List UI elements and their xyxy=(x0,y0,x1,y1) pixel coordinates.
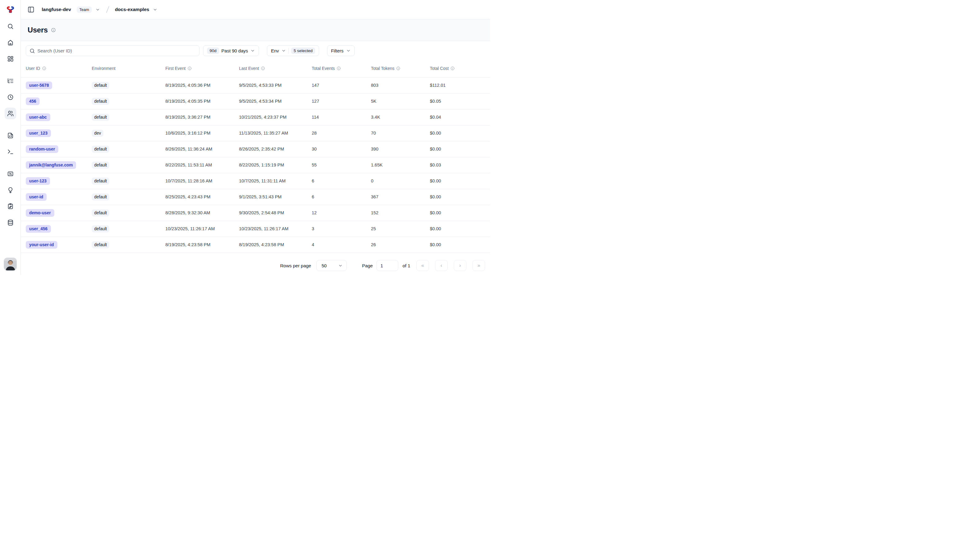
table-cell: 55 xyxy=(312,157,371,173)
info-icon[interactable] xyxy=(188,66,192,71)
table-row[interactable]: your-user-id default 8/19/2025, 4:23:58 … xyxy=(21,237,490,253)
table-cell: user-5678 xyxy=(21,77,92,93)
environment-filter-button[interactable]: Env 5 selected xyxy=(267,45,319,56)
user-id-badge[interactable]: user-123 xyxy=(26,177,50,185)
main-area: langfuse-dev Team docs-examples Users xyxy=(21,0,490,275)
project-switcher-button[interactable] xyxy=(152,7,158,13)
user-avatar[interactable] xyxy=(4,258,17,270)
sidebar-item-users[interactable] xyxy=(5,108,16,119)
breadcrumb-org[interactable]: langfuse-dev xyxy=(42,7,71,12)
user-id-badge[interactable]: random-user xyxy=(26,145,58,153)
table-row[interactable]: user_123 dev 10/6/2025, 3:16:12 PM 11/13… xyxy=(21,125,490,141)
table-cell: 9/1/2025, 3:51:43 PM xyxy=(239,189,312,205)
user-id-badge[interactable]: user-abc xyxy=(26,113,50,121)
info-icon[interactable] xyxy=(42,66,46,71)
date-range-button[interactable]: 90d Past 90 days xyxy=(203,45,259,56)
search-box xyxy=(26,45,199,56)
column-header[interactable]: First Event xyxy=(165,60,239,77)
rows-per-page-select[interactable]: 50 xyxy=(317,260,347,271)
table-cell: $0.00 xyxy=(430,205,490,221)
sidebar-item-dashboards[interactable] xyxy=(5,53,16,65)
column-header[interactable]: Total Events xyxy=(312,60,371,77)
search-icon xyxy=(7,23,14,30)
sidebar-item-datasets[interactable] xyxy=(5,217,16,228)
sidebar-item-search[interactable] xyxy=(5,21,16,32)
table-cell: user_123 xyxy=(21,125,92,141)
langfuse-logo[interactable] xyxy=(4,3,17,16)
table-cell: 9/5/2025, 4:53:33 PM xyxy=(239,77,312,93)
table-cell: $0.00 xyxy=(430,173,490,189)
table-row[interactable]: user-5678 default 8/19/2025, 4:05:36 PM … xyxy=(21,77,490,93)
user-id-badge[interactable]: 456 xyxy=(26,97,40,105)
column-header[interactable]: Total Cost xyxy=(430,60,490,77)
table-cell: 8/19/2025, 4:05:35 PM xyxy=(165,93,239,109)
table-cell: $0.04 xyxy=(430,109,490,125)
sidebar-item-prompts[interactable] xyxy=(5,130,16,141)
info-icon[interactable] xyxy=(337,66,341,71)
table-cell: default xyxy=(92,237,165,253)
sidebar-item-scores[interactable] xyxy=(5,168,16,180)
file-code-icon xyxy=(7,132,14,139)
table-row[interactable]: user_456 default 10/23/2025, 11:26:17 AM… xyxy=(21,221,490,237)
table-cell: 28 xyxy=(312,125,371,141)
filter-bar: 90d Past 90 days Env 5 selected Filters xyxy=(21,41,490,60)
users-table-wrap: User IDEnvironmentFirst EventLast EventT… xyxy=(21,60,490,256)
sidebar-item-home[interactable] xyxy=(5,37,16,48)
table-cell: 12 xyxy=(312,205,371,221)
table-cell: 9/30/2025, 2:54:48 PM xyxy=(239,205,312,221)
table-row[interactable]: user-abc default 8/19/2025, 3:36:27 PM 1… xyxy=(21,109,490,125)
chevron-down-icon xyxy=(95,7,100,12)
table-cell: 803 xyxy=(371,77,430,93)
last-page-button[interactable]: » xyxy=(473,260,485,271)
chevron-down-icon xyxy=(346,48,351,53)
sidebar-item-sessions[interactable] xyxy=(5,91,16,103)
table-row[interactable]: user-id default 8/25/2025, 4:23:43 PM 9/… xyxy=(21,189,490,205)
column-header[interactable]: User ID xyxy=(21,60,92,77)
info-icon[interactable] xyxy=(396,66,400,71)
user-id-badge[interactable]: user-5678 xyxy=(26,82,52,89)
table-row[interactable]: 456 default 8/19/2025, 4:05:35 PM 9/5/20… xyxy=(21,93,490,109)
topbar: langfuse-dev Team docs-examples xyxy=(21,0,490,19)
table-cell: 30 xyxy=(312,141,371,157)
next-page-button[interactable]: › xyxy=(454,260,466,271)
sidebar-item-tracing[interactable] xyxy=(5,75,16,87)
org-switcher-button[interactable] xyxy=(95,7,101,13)
collapse-sidebar-button[interactable] xyxy=(26,4,36,15)
table-cell: 456 xyxy=(21,93,92,109)
environment-badge: default xyxy=(92,193,109,201)
sidebar-item-annotation[interactable] xyxy=(5,201,16,212)
table-row[interactable]: jannik@langfuse.com default 8/22/2025, 1… xyxy=(21,157,490,173)
table-cell: 10/7/2025, 11:31:11 AM xyxy=(239,173,312,189)
page-number-input[interactable] xyxy=(377,260,398,271)
column-header[interactable]: Last Event xyxy=(239,60,312,77)
info-icon[interactable] xyxy=(261,66,265,71)
table-row[interactable]: random-user default 8/26/2025, 11:36:24 … xyxy=(21,141,490,157)
user-id-badge[interactable]: your-user-id xyxy=(26,241,57,249)
table-row[interactable]: demo-user default 8/28/2025, 9:32:30 AM … xyxy=(21,205,490,221)
user-id-badge[interactable]: user_123 xyxy=(26,129,51,137)
table-cell: 10/6/2025, 3:16:12 PM xyxy=(165,125,239,141)
rows-per-page-label: Rows per page xyxy=(280,263,311,268)
filters-button[interactable]: Filters xyxy=(327,45,355,56)
sidebar-item-evals[interactable] xyxy=(5,184,16,196)
table-row[interactable]: user-123 default 10/7/2025, 11:28:16 AM … xyxy=(21,173,490,189)
column-header[interactable]: Total Tokens xyxy=(371,60,430,77)
info-icon[interactable] xyxy=(450,66,455,71)
table-header: User IDEnvironmentFirst EventLast EventT… xyxy=(21,60,490,77)
table-cell: $0.00 xyxy=(430,237,490,253)
user-id-badge[interactable]: user_456 xyxy=(26,225,51,233)
user-id-badge[interactable]: user-id xyxy=(26,193,47,201)
sidebar-item-playground[interactable] xyxy=(5,146,16,158)
info-icon[interactable] xyxy=(51,28,56,32)
environment-badge: default xyxy=(92,241,109,248)
search-input[interactable] xyxy=(37,48,196,53)
previous-page-button[interactable]: ‹ xyxy=(435,260,448,271)
breadcrumb-project[interactable]: docs-examples xyxy=(115,7,149,12)
page-header: Users xyxy=(21,19,490,41)
column-header[interactable]: Environment xyxy=(92,60,165,77)
user-id-badge[interactable]: jannik@langfuse.com xyxy=(26,161,76,169)
user-id-badge[interactable]: demo-user xyxy=(26,209,54,217)
first-page-button[interactable]: « xyxy=(416,260,429,271)
date-range-label: Past 90 days xyxy=(221,48,248,53)
database-icon xyxy=(7,219,14,226)
